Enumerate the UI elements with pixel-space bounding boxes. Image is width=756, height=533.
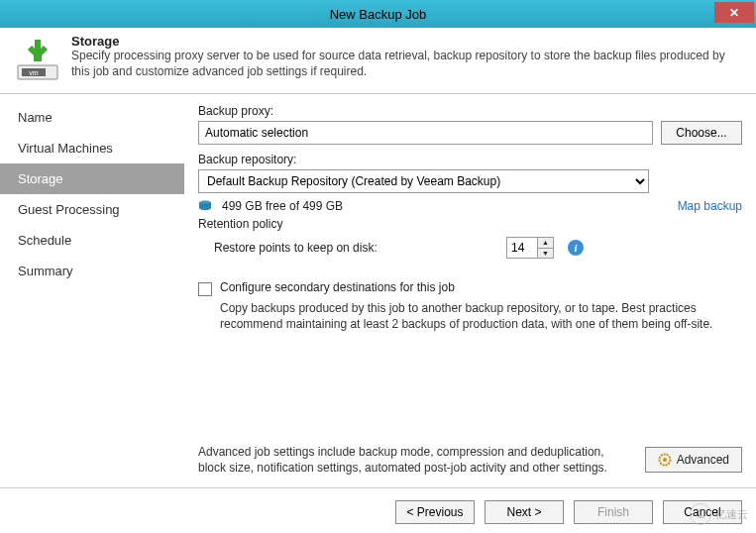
free-space-text: 499 GB free of 499 GB: [222, 199, 343, 213]
backup-proxy-input[interactable]: [198, 121, 653, 145]
spinner-up-icon[interactable]: ▲: [538, 238, 553, 249]
disk-icon: [198, 200, 212, 212]
svg-rect-3: [34, 55, 42, 61]
sidebar-item-virtual-machines[interactable]: Virtual Machines: [0, 133, 184, 163]
info-icon[interactable]: i: [568, 240, 584, 256]
retention-policy-label: Retention policy: [198, 217, 742, 231]
backup-repository-select[interactable]: Default Backup Repository (Created by Ve…: [198, 169, 649, 193]
page-title: Storage: [71, 34, 742, 49]
advanced-description: Advanced job settings include backup mod…: [198, 444, 633, 476]
main-panel: Backup proxy: Choose... Backup repositor…: [184, 94, 756, 487]
wizard-header: vm Storage Specify processing proxy serv…: [0, 28, 756, 94]
backup-proxy-label: Backup proxy:: [198, 104, 742, 118]
previous-button[interactable]: < Previous: [395, 500, 475, 524]
advanced-button-label: Advanced: [677, 453, 729, 467]
choose-button[interactable]: Choose...: [661, 121, 742, 145]
svg-point-7: [663, 458, 667, 462]
sidebar-item-storage[interactable]: Storage: [0, 163, 184, 194]
secondary-destinations-description: Copy backups produced by this job to ano…: [220, 300, 742, 332]
close-button[interactable]: ✕: [714, 2, 754, 23]
sidebar-item-name[interactable]: Name: [0, 102, 184, 133]
title-bar: New Backup Job ✕: [0, 0, 756, 28]
next-button[interactable]: Next >: [485, 500, 564, 524]
secondary-destinations-label: Configure secondary destinations for thi…: [220, 280, 455, 294]
storage-icon: vm: [14, 36, 61, 83]
restore-points-label: Restore points to keep on disk:: [214, 241, 378, 255]
advanced-button[interactable]: Advanced: [645, 447, 742, 473]
sidebar-item-summary[interactable]: Summary: [0, 256, 184, 286]
page-description: Specify processing proxy server to be us…: [71, 49, 742, 79]
cancel-button[interactable]: Cancel: [663, 500, 742, 524]
sidebar-item-schedule[interactable]: Schedule: [0, 225, 184, 256]
svg-text:vm: vm: [29, 69, 39, 76]
wizard-footer: < Previous Next > Finish Cancel: [0, 487, 756, 533]
window-title: New Backup Job: [330, 7, 427, 22]
restore-points-spinner[interactable]: ▲ ▼: [506, 237, 554, 259]
backup-repository-label: Backup repository:: [198, 153, 742, 166]
sidebar-item-guest-processing[interactable]: Guest Processing: [0, 194, 184, 225]
gear-icon: [658, 453, 672, 467]
finish-button: Finish: [574, 500, 653, 524]
wizard-sidebar: Name Virtual Machines Storage Guest Proc…: [0, 94, 184, 487]
secondary-destinations-checkbox[interactable]: [198, 282, 212, 296]
close-icon: ✕: [729, 6, 739, 20]
map-backup-link[interactable]: Map backup: [678, 199, 742, 213]
spinner-down-icon[interactable]: ▼: [538, 249, 553, 259]
restore-points-input[interactable]: [507, 238, 537, 258]
